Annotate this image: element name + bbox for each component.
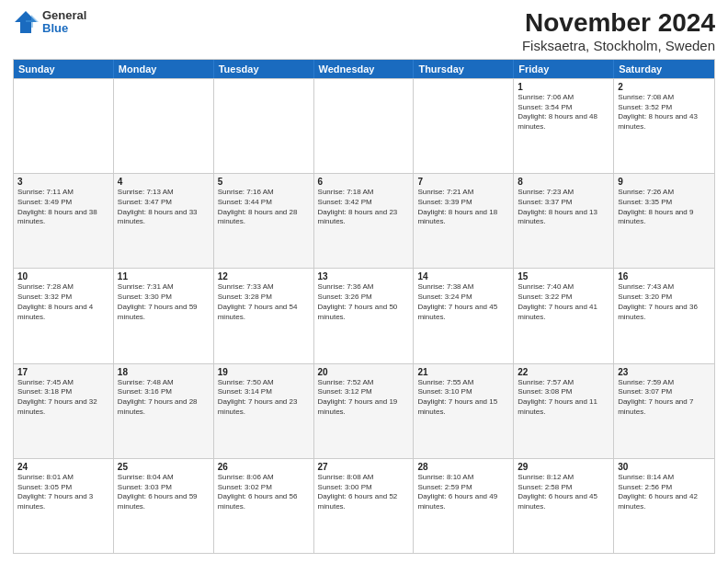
header-sunday: Sunday	[14, 60, 114, 78]
calendar-cell: 29 Sunrise: 8:12 AMSunset: 2:58 PMDaylig…	[514, 459, 614, 553]
calendar-cell: 25 Sunrise: 8:04 AMSunset: 3:03 PMDaylig…	[114, 459, 214, 553]
cell-info: Sunrise: 7:08 AMSunset: 3:52 PMDaylight:…	[618, 93, 711, 132]
cell-date: 23	[618, 367, 711, 377]
cell-info: Sunrise: 7:21 AMSunset: 3:39 PMDaylight:…	[417, 188, 509, 227]
calendar-cell: 10 Sunrise: 7:28 AMSunset: 3:32 PMDaylig…	[14, 269, 114, 362]
cell-date: 10	[17, 271, 109, 282]
cell-date: 27	[318, 462, 410, 472]
calendar-row-2: 10 Sunrise: 7:28 AMSunset: 3:32 PMDaylig…	[14, 268, 714, 362]
calendar-cell	[414, 79, 514, 173]
cell-info: Sunrise: 7:06 AMSunset: 3:54 PMDaylight:…	[518, 93, 609, 132]
calendar-cell	[14, 79, 114, 173]
cell-date: 24	[17, 462, 109, 472]
cell-info: Sunrise: 8:06 AMSunset: 3:02 PMDaylight:…	[218, 473, 310, 512]
cell-date: 12	[218, 271, 310, 282]
calendar-row-4: 24 Sunrise: 8:01 AMSunset: 3:05 PMDaylig…	[14, 458, 714, 553]
header-thursday: Thursday	[414, 60, 514, 78]
cell-date: 25	[118, 462, 210, 472]
calendar-row-1: 3 Sunrise: 7:11 AMSunset: 3:49 PMDayligh…	[14, 173, 714, 268]
calendar-cell: 17 Sunrise: 7:45 AMSunset: 3:18 PMDaylig…	[14, 364, 114, 458]
cell-date: 8	[518, 177, 609, 187]
page-title: November 2024	[522, 9, 715, 38]
cell-date: 29	[518, 462, 609, 472]
cell-info: Sunrise: 7:33 AMSunset: 3:28 PMDaylight:…	[218, 282, 310, 322]
title-block: November 2024 Fisksaetra, Stockholm, Swe…	[522, 9, 715, 53]
calendar-cell: 22 Sunrise: 7:57 AMSunset: 3:08 PMDaylig…	[514, 364, 614, 458]
calendar-cell: 6 Sunrise: 7:18 AMSunset: 3:42 PMDayligh…	[314, 174, 415, 268]
cell-info: Sunrise: 8:12 AMSunset: 2:58 PMDaylight:…	[518, 473, 609, 512]
cell-info: Sunrise: 7:16 AMSunset: 3:44 PMDaylight:…	[218, 188, 310, 227]
calendar-cell: 18 Sunrise: 7:48 AMSunset: 3:16 PMDaylig…	[114, 364, 214, 458]
calendar-cell: 15 Sunrise: 7:40 AMSunset: 3:22 PMDaylig…	[514, 269, 614, 362]
calendar-cell: 27 Sunrise: 8:08 AMSunset: 3:00 PMDaylig…	[314, 459, 415, 553]
calendar-cell: 5 Sunrise: 7:16 AMSunset: 3:44 PMDayligh…	[214, 174, 314, 268]
header-tuesday: Tuesday	[214, 60, 314, 78]
calendar-cell: 28 Sunrise: 8:10 AMSunset: 2:59 PMDaylig…	[414, 459, 514, 553]
page: General Blue November 2024 Fisksaetra, S…	[0, 0, 728, 563]
cell-date: 19	[218, 367, 310, 377]
calendar-row-0: 1 Sunrise: 7:06 AMSunset: 3:54 PMDayligh…	[14, 78, 714, 173]
logo-text: General Blue	[42, 9, 86, 36]
cell-info: Sunrise: 7:59 AMSunset: 3:07 PMDaylight:…	[618, 378, 711, 418]
header-saturday: Saturday	[614, 60, 714, 78]
cell-date: 4	[118, 177, 210, 187]
cell-info: Sunrise: 7:38 AMSunset: 3:24 PMDaylight:…	[417, 282, 509, 322]
cell-date: 20	[318, 367, 410, 377]
cell-date: 26	[218, 462, 310, 472]
calendar-cell: 21 Sunrise: 7:55 AMSunset: 3:10 PMDaylig…	[414, 364, 514, 458]
cell-date: 17	[17, 367, 109, 377]
cell-date: 14	[417, 271, 509, 282]
page-subtitle: Fisksaetra, Stockholm, Sweden	[522, 38, 715, 53]
calendar-cell: 3 Sunrise: 7:11 AMSunset: 3:49 PMDayligh…	[14, 174, 114, 268]
calendar-cell: 20 Sunrise: 7:52 AMSunset: 3:12 PMDaylig…	[314, 364, 415, 458]
cell-info: Sunrise: 7:57 AMSunset: 3:08 PMDaylight:…	[518, 378, 609, 418]
cell-info: Sunrise: 8:14 AMSunset: 2:56 PMDaylight:…	[618, 473, 711, 512]
cell-info: Sunrise: 8:08 AMSunset: 3:00 PMDaylight:…	[318, 473, 410, 512]
cell-date: 11	[118, 271, 210, 282]
calendar-cell: 11 Sunrise: 7:31 AMSunset: 3:30 PMDaylig…	[114, 269, 214, 362]
cell-info: Sunrise: 7:50 AMSunset: 3:14 PMDaylight:…	[218, 378, 310, 418]
calendar-cell: 30 Sunrise: 8:14 AMSunset: 2:56 PMDaylig…	[614, 459, 714, 553]
cell-date: 9	[618, 177, 711, 187]
cell-date: 13	[318, 271, 410, 282]
cell-date: 5	[218, 177, 310, 187]
header: General Blue November 2024 Fisksaetra, S…	[13, 9, 715, 53]
cell-date: 16	[618, 271, 711, 282]
calendar-cell: 13 Sunrise: 7:36 AMSunset: 3:26 PMDaylig…	[314, 269, 415, 362]
calendar-cell: 9 Sunrise: 7:26 AMSunset: 3:35 PMDayligh…	[614, 174, 714, 268]
logo-general: General	[42, 9, 86, 22]
cell-date: 2	[618, 82, 711, 92]
cell-date: 18	[118, 367, 210, 377]
logo-blue: Blue	[42, 22, 86, 35]
cell-info: Sunrise: 7:28 AMSunset: 3:32 PMDaylight:…	[17, 282, 109, 322]
calendar-body: 1 Sunrise: 7:06 AMSunset: 3:54 PMDayligh…	[14, 78, 714, 553]
calendar: Sunday Monday Tuesday Wednesday Thursday…	[13, 59, 715, 554]
calendar-row-3: 17 Sunrise: 7:45 AMSunset: 3:18 PMDaylig…	[14, 363, 714, 458]
cell-info: Sunrise: 7:31 AMSunset: 3:30 PMDaylight:…	[118, 282, 210, 322]
calendar-cell: 1 Sunrise: 7:06 AMSunset: 3:54 PMDayligh…	[514, 79, 614, 173]
calendar-cell: 14 Sunrise: 7:38 AMSunset: 3:24 PMDaylig…	[414, 269, 514, 362]
cell-info: Sunrise: 7:45 AMSunset: 3:18 PMDaylight:…	[17, 378, 109, 418]
cell-info: Sunrise: 7:23 AMSunset: 3:37 PMDaylight:…	[518, 188, 609, 227]
calendar-cell	[114, 79, 214, 173]
cell-info: Sunrise: 7:55 AMSunset: 3:10 PMDaylight:…	[417, 378, 509, 418]
cell-info: Sunrise: 7:43 AMSunset: 3:20 PMDaylight:…	[618, 282, 711, 322]
cell-date: 1	[518, 82, 609, 92]
calendar-cell: 2 Sunrise: 7:08 AMSunset: 3:52 PMDayligh…	[614, 79, 714, 173]
calendar-cell: 7 Sunrise: 7:21 AMSunset: 3:39 PMDayligh…	[414, 174, 514, 268]
header-monday: Monday	[114, 60, 214, 78]
cell-date: 6	[318, 177, 410, 187]
cell-date: 22	[518, 367, 609, 377]
logo: General Blue	[13, 9, 86, 36]
calendar-header: Sunday Monday Tuesday Wednesday Thursday…	[14, 60, 714, 78]
cell-date: 28	[417, 462, 509, 472]
logo-icon	[13, 9, 39, 35]
calendar-cell	[314, 79, 415, 173]
cell-info: Sunrise: 8:01 AMSunset: 3:05 PMDaylight:…	[17, 473, 109, 512]
cell-info: Sunrise: 7:48 AMSunset: 3:16 PMDaylight:…	[118, 378, 210, 418]
header-friday: Friday	[514, 60, 614, 78]
cell-info: Sunrise: 7:18 AMSunset: 3:42 PMDaylight:…	[318, 188, 410, 227]
cell-info: Sunrise: 8:10 AMSunset: 2:59 PMDaylight:…	[417, 473, 509, 512]
calendar-cell: 24 Sunrise: 8:01 AMSunset: 3:05 PMDaylig…	[14, 459, 114, 553]
calendar-cell: 23 Sunrise: 7:59 AMSunset: 3:07 PMDaylig…	[614, 364, 714, 458]
